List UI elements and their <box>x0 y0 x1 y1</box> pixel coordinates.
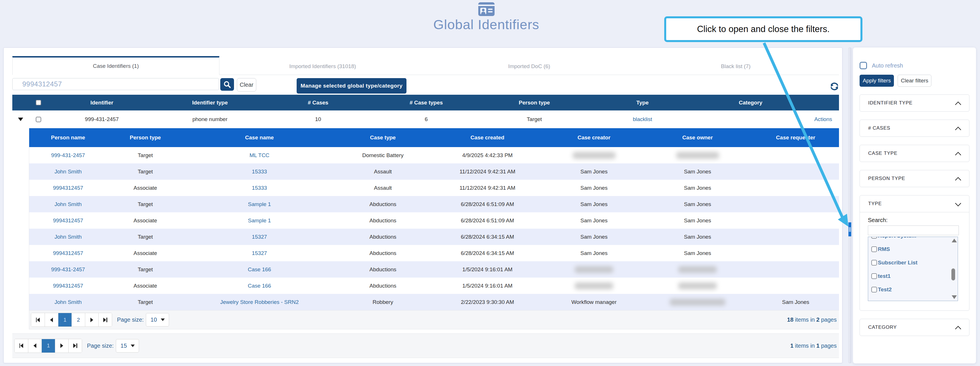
type-option-checkbox[interactable] <box>871 260 877 266</box>
redacted-value <box>575 266 613 273</box>
pager-page-button-2[interactable]: 2 <box>72 313 85 326</box>
column-header[interactable]: Person type <box>480 100 589 106</box>
subgrid-column-header[interactable]: Person name <box>29 135 107 141</box>
case-row: 9994312457AssociateSample 1Abductions6/2… <box>29 212 839 229</box>
column-header[interactable]: Category <box>697 100 805 106</box>
pager-page-button-1[interactable]: 1 <box>41 339 55 353</box>
pager-first-button[interactable] <box>14 339 28 353</box>
filter-section-category: CATEGORY <box>859 319 969 336</box>
tab-case-identifiers-1[interactable]: Case Identifiers (1) <box>12 56 220 75</box>
tab-imported-identifiers-31018[interactable]: Imported Identifiers (31018) <box>220 56 426 75</box>
manage-type-category-button[interactable]: Manage selected global type/category <box>297 78 407 94</box>
column-header[interactable]: # Cases <box>264 100 372 106</box>
case-name-link[interactable]: Case 166 <box>248 266 271 272</box>
case-name-link[interactable]: 15327 <box>252 234 267 240</box>
case-name-link[interactable]: Sample 1 <box>248 201 271 207</box>
scroll-down-icon[interactable] <box>952 295 957 299</box>
type-filter-body: Search: Report SystemRMSSubscriber Listt… <box>860 212 969 310</box>
column-header[interactable]: Type <box>589 100 697 106</box>
tab-black-list-7[interactable]: Black list (7) <box>632 56 839 75</box>
pager-page-button-1[interactable]: 1 <box>58 313 72 326</box>
filter-section-header[interactable]: TYPE <box>860 196 969 212</box>
identifier-search-input[interactable] <box>12 78 219 90</box>
filter-section-case-type: CASE TYPE <box>859 145 969 162</box>
case-name-link[interactable]: 15327 <box>252 250 267 256</box>
case-name-link[interactable]: 15333 <box>252 169 267 175</box>
caret-down-icon <box>161 318 165 321</box>
type-option-checkbox[interactable] <box>871 247 877 252</box>
filter-section-header[interactable]: # CASES <box>860 120 969 137</box>
main-card: Case Identifiers (1)Imported Identifiers… <box>3 48 842 363</box>
person-name-cell: 9994312457 <box>29 185 107 191</box>
column-header[interactable]: Identifier type <box>156 100 264 106</box>
column-header[interactable]: Identifier <box>48 100 156 106</box>
filter-section-header[interactable]: CASE TYPE <box>860 145 969 162</box>
filters-toggle-handle[interactable] <box>848 222 851 236</box>
pager-next-button[interactable] <box>55 339 68 353</box>
refresh-icon <box>830 83 839 91</box>
pager-last-button[interactable] <box>99 313 112 326</box>
person-name-link[interactable]: John Smith <box>54 169 81 175</box>
identifiers-page-size-dropdown[interactable]: 15 <box>116 339 139 353</box>
case-type-cell: Abductions <box>335 234 431 240</box>
filter-section-header[interactable]: PERSON TYPE <box>860 170 969 187</box>
filter-section-header[interactable]: IDENTIFIER TYPE <box>860 95 969 111</box>
person-name-cell: 9994312457 <box>29 250 107 256</box>
search-button[interactable] <box>220 78 234 91</box>
select-all-checkbox[interactable] <box>36 100 41 105</box>
auto-refresh-checkbox[interactable] <box>859 62 867 69</box>
case-name-cell: Sample 1 <box>184 201 335 207</box>
grip-icon <box>849 227 850 232</box>
case-name-link[interactable]: Case 166 <box>248 283 271 289</box>
tab-imported-doc-6[interactable]: Imported DoC (6) <box>426 56 632 75</box>
person-name-link[interactable]: 9994312457 <box>53 283 83 289</box>
scroll-up-icon[interactable] <box>952 239 957 242</box>
subgrid-column-header[interactable]: Case creator <box>544 135 644 141</box>
person-name-link[interactable]: John Smith <box>54 201 81 207</box>
case-row: John SmithTargetSample 1Abductions6/28/2… <box>29 196 839 212</box>
case-name-link[interactable]: ML TCC <box>250 152 269 158</box>
subgrid-column-header[interactable]: Case name <box>184 135 335 141</box>
case-creator-cell <box>544 152 644 159</box>
type-option-rms: RMS <box>868 242 958 256</box>
row-checkbox[interactable] <box>36 117 41 122</box>
subgrid-column-header[interactable]: Case created <box>431 135 544 141</box>
pager-next-button[interactable] <box>85 313 99 326</box>
person-name-link[interactable]: 999-431-2457 <box>51 152 85 158</box>
refresh-button[interactable] <box>830 83 839 91</box>
case-name-link[interactable]: Sample 1 <box>248 218 271 223</box>
subgrid-column-header[interactable]: Person type <box>107 135 184 141</box>
clear-filters-button[interactable]: Clear filters <box>897 75 931 87</box>
person-name-link[interactable]: 9994312457 <box>53 185 83 191</box>
identifiers-summary-mid: items in <box>794 342 816 349</box>
column-header[interactable]: # Case types <box>372 100 480 106</box>
cases-page-size-dropdown[interactable]: 10 <box>146 313 169 326</box>
person-name-link[interactable]: 9994312457 <box>53 250 83 256</box>
pager-first-button[interactable] <box>31 313 45 326</box>
collapse-row-icon[interactable] <box>18 118 23 121</box>
pager-prev-button[interactable] <box>28 339 41 353</box>
listbox-scrollbar[interactable] <box>951 238 957 300</box>
type-option-checkbox[interactable] <box>871 273 877 279</box>
person-name-link[interactable]: John Smith <box>54 299 81 305</box>
case-name-link[interactable]: 15333 <box>252 185 267 191</box>
subgrid-column-header[interactable]: Case type <box>335 135 431 141</box>
pager-last-button[interactable] <box>68 339 82 353</box>
type-option-label: Report System <box>878 237 916 239</box>
pager-prev-button[interactable] <box>45 313 58 326</box>
subgrid-column-header[interactable]: Case requester <box>751 135 840 141</box>
subgrid-column-header[interactable]: Case owner <box>644 135 751 141</box>
person-name-link[interactable]: John Smith <box>54 234 81 240</box>
person-name-link[interactable]: 9994312457 <box>53 218 83 223</box>
person-name-link[interactable]: 999-431-2457 <box>51 266 85 272</box>
case-name-link[interactable]: Jewelry Store Robberies - SRN2 <box>220 299 299 305</box>
clear-search-button[interactable]: Clear <box>237 78 256 92</box>
filter-section-header[interactable]: CATEGORY <box>860 319 969 336</box>
blacklist-link[interactable]: blacklist <box>633 116 652 122</box>
type-option-checkbox[interactable] <box>871 287 877 293</box>
type-search-input[interactable] <box>868 226 959 235</box>
type-option-checkbox[interactable] <box>871 237 877 239</box>
actions-link[interactable]: Actions <box>815 116 832 123</box>
apply-filters-button[interactable]: Apply filters <box>859 75 894 87</box>
scrollbar-thumb[interactable] <box>951 269 955 280</box>
